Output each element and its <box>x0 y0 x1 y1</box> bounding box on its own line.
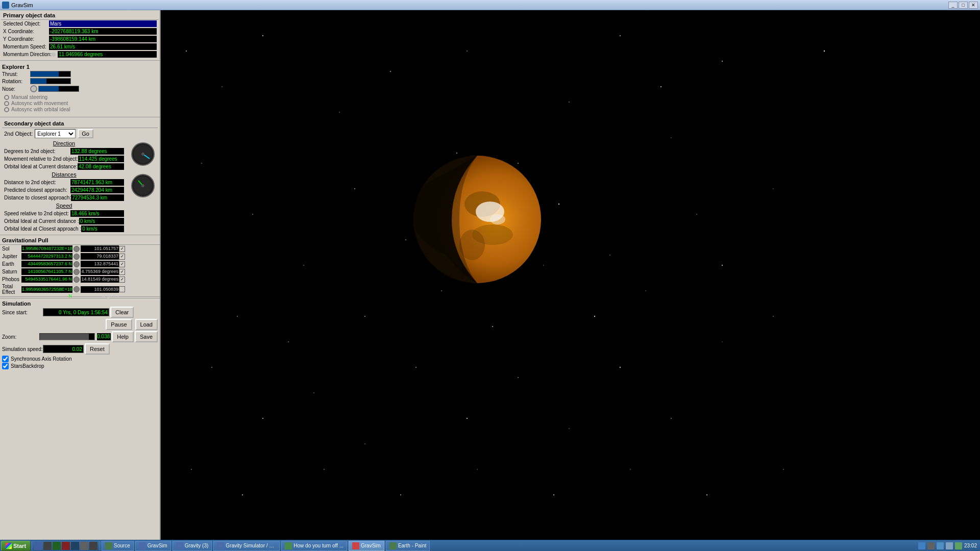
space-view[interactable] <box>161 10 980 540</box>
svg-point-48 <box>722 341 722 342</box>
selected-object-value: Mars <box>49 20 157 27</box>
taskbar-btn-6[interactable]: Earth - Paint <box>386 541 430 551</box>
grav-check-5[interactable] <box>119 286 125 292</box>
distances-header: Distances <box>2 170 126 179</box>
second-object-label: 2nd Object: <box>4 131 33 137</box>
svg-point-39 <box>594 316 595 317</box>
help-button[interactable]: Help <box>112 331 134 342</box>
since-start-input[interactable] <box>43 308 109 316</box>
start-label: Start <box>13 543 26 549</box>
gravitational-pull-section: Gravitational Pull Sol 1.99586709407232E… <box>0 236 160 295</box>
go-button[interactable]: Go <box>78 129 93 138</box>
svg-point-49 <box>262 418 263 419</box>
pause-button[interactable]: Pause <box>106 319 132 330</box>
taskbar-btn-2[interactable]: Gravity (3) <box>173 541 212 551</box>
svg-point-44 <box>313 392 314 393</box>
zoom-row: Zoom: 0.038 Help Save <box>2 331 158 342</box>
grav-check-3[interactable]: ✓ <box>119 269 125 275</box>
nose-bar[interactable] <box>38 86 79 92</box>
reset-button[interactable]: Reset <box>85 343 110 355</box>
autosync-movement-radio[interactable] <box>4 101 9 106</box>
svg-point-52 <box>569 428 569 429</box>
y-coord-value: -398608159.144 km <box>49 36 157 42</box>
rotation-bar[interactable] <box>30 78 71 84</box>
minimize-button[interactable]: _ <box>948 2 958 9</box>
second-object-select[interactable]: Explorer 1 <box>35 129 76 138</box>
svg-point-43 <box>211 367 212 368</box>
primary-object-header: Primary object data <box>1 11 159 20</box>
outlook-icon[interactable] <box>62 542 70 550</box>
taskbar-btn-5[interactable]: GravSim <box>349 541 384 551</box>
taskbar-btn-label-3: Gravity Simulator / S... <box>226 543 276 548</box>
ie-icon[interactable] <box>34 542 42 550</box>
media-icon[interactable] <box>53 542 61 550</box>
orbital-closest-row: Orbital Ideal at Closest approach : 0 km… <box>2 225 126 233</box>
grav-row-total effect: Total Effect 1.99599036572558E+18 N 101.… <box>0 283 160 295</box>
direction-header: Direction <box>2 139 126 147</box>
sim-speed-input[interactable] <box>43 345 84 353</box>
speed-relative-value: 18.466 km/s <box>70 210 124 217</box>
predicted-label: Predicted closest approach: <box>4 187 70 193</box>
orbital-closest-label: Orbital Ideal at Closest approach : <box>4 226 81 232</box>
momentum-dir-indicator <box>52 53 56 57</box>
grav-row-sol: Sol 1.99586709407232E+18 N 101.051757 de… <box>0 245 160 253</box>
autosync-movement-option[interactable]: Autosync with movement <box>4 101 156 106</box>
sim-speed-row: Simulation speed: Reset <box>2 343 158 355</box>
nose-indicator <box>30 85 37 92</box>
autosync-orbital-radio[interactable] <box>4 107 9 112</box>
manual-steering-radio[interactable] <box>4 95 9 100</box>
explorer-icon[interactable] <box>43 542 52 550</box>
load-button[interactable]: Load <box>135 319 158 330</box>
thrust-bar[interactable] <box>30 71 71 77</box>
taskbar-btn-label-2: Gravity (3) <box>185 543 209 548</box>
closest-value: 72794534.3 km <box>71 194 124 201</box>
grav-check-2[interactable]: ✓ <box>119 261 125 267</box>
grav-check-0[interactable]: ✓ <box>119 246 125 252</box>
taskbar-btn-0[interactable]: Source <box>102 541 134 551</box>
taskbar: Start SourceGravSimGravity (3)Gravity Si… <box>0 540 980 551</box>
save-button[interactable]: Save <box>135 331 158 342</box>
x-coord-label: X Coordinate: <box>3 29 49 34</box>
grav-label-3: Saturn <box>2 269 21 274</box>
close-button[interactable]: ✕ <box>969 2 978 9</box>
word-icon[interactable] <box>71 542 79 550</box>
synchro-axis-item[interactable]: Synchronous Axis Rotation <box>2 356 158 362</box>
app-icon <box>2 2 9 9</box>
synchro-axis-label: Synchronous Axis Rotation <box>11 356 72 362</box>
taskbar-buttons: SourceGravSimGravity (3)Gravity Simulato… <box>101 541 430 551</box>
taskbar-btn-3[interactable]: Gravity Simulator / S... <box>213 541 280 551</box>
autosync-orbital-option[interactable]: Autosync with orbital ideal <box>4 107 156 112</box>
primary-object-section: Primary object data Selected Object: Mar… <box>0 10 160 59</box>
taskbar-btn-1[interactable]: GravSim <box>135 541 171 551</box>
grav-force-0: 1.99586709407232E+18 N <box>21 245 72 252</box>
windows-icon <box>6 543 12 549</box>
win-media-icon[interactable] <box>80 542 88 550</box>
speed-relative-label: Speed relative to 2nd object: <box>4 211 70 216</box>
zoom-bar[interactable] <box>39 333 95 340</box>
zoom-value: 0.038 <box>97 333 111 340</box>
grav-rows: Sol 1.99586709407232E+18 N 101.051757 de… <box>0 245 160 295</box>
taskbar-btn-4[interactable]: How do you turn off ... <box>281 541 347 551</box>
y-coord-label: Y Coordinate: <box>3 36 49 42</box>
start-button[interactable]: Start <box>1 541 31 551</box>
taskbar-time: 23:02 <box>964 543 977 548</box>
stars-backdrop-item[interactable]: StarsBackdrop <box>2 363 158 369</box>
nose-label: Nose: <box>2 86 30 92</box>
since-start-row: Since start: Clear <box>2 307 158 318</box>
maximize-button[interactable]: □ <box>959 2 968 9</box>
svg-point-23 <box>252 214 253 215</box>
clear-button[interactable]: Clear <box>110 307 134 318</box>
grav-check-1[interactable]: ✓ <box>119 254 125 260</box>
manual-steering-option[interactable]: Manual steering <box>4 94 156 100</box>
svg-point-37 <box>492 326 493 327</box>
grav-check-4[interactable]: ✓ <box>119 277 125 283</box>
systray-icon3 <box>937 542 944 549</box>
manual-steering-label: Manual steering <box>11 94 47 100</box>
stars-backdrop-checkbox[interactable] <box>2 363 9 369</box>
quicklaunch <box>34 542 97 550</box>
orbital-current-row: Orbital Ideal at Current distance : 0 km… <box>2 217 126 225</box>
synchro-axis-checkbox[interactable] <box>2 356 9 362</box>
sim-speed-label: Simulation speed: <box>2 346 43 352</box>
folder-icon[interactable] <box>89 542 97 550</box>
orbital-value: 42.08 degrees <box>78 163 124 170</box>
